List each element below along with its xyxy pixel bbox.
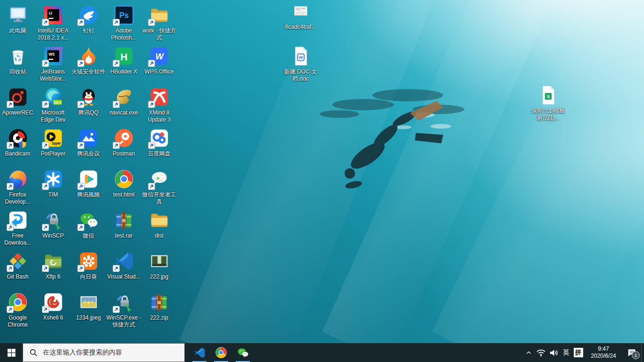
desktop-icon-recycle-bin[interactable]: 回收站 [0, 45, 35, 75]
icon-label: 222.zip [150, 314, 168, 321]
icon-label: Microsoft Edge Dev [36, 109, 71, 123]
desktop-icon-xshell-6[interactable]: Xshell 6 [35, 291, 71, 321]
desktop-icon-dingtalk[interactable]: 钉钉 [71, 4, 106, 34]
jetbrains-webstorm-icon: WS [42, 45, 65, 67]
action-center-button[interactable]: 1 [622, 343, 641, 362]
taskbar-app-chrome[interactable] [210, 343, 232, 362]
svg-text:W: W [155, 52, 164, 61]
desktop-icon-huorong-security[interactable]: 火绒安全软件 [71, 45, 106, 75]
desktop-icon-wechat-devtools[interactable]: >_微信开发者工具 [141, 168, 177, 206]
desktop-icon-free-download-manager[interactable]: Free Downloa... [0, 209, 35, 247]
icon-label: 腾讯视频 [77, 191, 100, 198]
desktop-icon-microsoft-edge-dev[interactable]: DEVMicrosoft Edge Dev [35, 86, 71, 123]
desktop-icon-wps-office[interactable]: WWPS Office [141, 45, 177, 75]
dingtalk-icon [77, 4, 100, 26]
potplayer-icon: layer [42, 127, 65, 149]
desktop-icon-tim[interactable]: TIM [35, 168, 71, 198]
shortcut-arrow-icon [42, 101, 49, 108]
taskbar: 在这里输入你要搜索的内容 [0, 343, 644, 362]
clock-time: 9:47 [598, 346, 609, 353]
hidden-icons-button[interactable] [522, 343, 535, 362]
desktop-icon-baidu-netdisk[interactable]: 百度网盘 [141, 127, 177, 157]
desktop-icon-img-222-jpg[interactable]: 222.jpg [141, 250, 177, 280]
apowerrec-icon [7, 86, 29, 108]
desktop-icon-bandicam[interactable]: Bandicam [0, 127, 35, 157]
icon-label: 腾讯会议 [77, 150, 100, 157]
icon-label: test.rar [115, 232, 132, 239]
start-button[interactable] [0, 343, 23, 362]
desktop-icon-maintenance-plan-xls[interactable]: S保养计划模板测试(1)... [530, 84, 566, 122]
shortcut-arrow-icon [42, 19, 49, 26]
desktop-icon-xmind-8[interactable]: XMind 8 Update 3 [141, 86, 177, 123]
icon-label: test.html [113, 191, 134, 198]
desktop-icon-adobe-photoshop[interactable]: PsAdobe Photosh... [106, 4, 141, 41]
desktop-icon-img-6cadc4baf[interactable]: 6cadc4baf... [283, 0, 318, 31]
language-indicator[interactable]: 英 [560, 343, 572, 362]
shortcut-arrow-icon [77, 183, 84, 190]
desktop-icon-img-1234-jpeg[interactable]: 1234.jpeg [71, 291, 106, 321]
desktop-icon-new-doc-file[interactable]: W新建 DOC 文档.doc [283, 45, 318, 82]
icon-label: 新建 DOC 文档.doc [283, 68, 318, 82]
desktop-icon-firefox-developer[interactable]: Firefox Develop... [0, 168, 35, 206]
shortcut-arrow-icon [113, 265, 120, 272]
desktop-icon-postman[interactable]: Postman [106, 127, 141, 157]
tencent-meeting-icon [77, 127, 100, 149]
icon-label: Git Bash [7, 273, 28, 280]
clock-date: 2020/6/24 [591, 353, 616, 360]
desktop-icon-this-pc[interactable]: 此电脑 [0, 4, 35, 34]
desktop-icon-tencent-video[interactable]: 腾讯视频 [71, 168, 106, 198]
desktop-icon-test-html[interactable]: test.html [106, 168, 141, 198]
svg-text:IJ: IJ [49, 11, 52, 16]
desktop-icon-dist-folder[interactable]: dist [141, 209, 177, 239]
taskbar-app-vscode[interactable] [189, 343, 210, 362]
desktop-icon-hbuilder-x[interactable]: HHBuilder X [106, 45, 141, 75]
icon-label: WinSCP.exe - 快捷方式 [107, 314, 141, 329]
desktop-icon-google-chrome[interactable]: Google Chrome [0, 291, 35, 329]
taskbar-app-wechat[interactable] [232, 343, 254, 362]
shortcut-arrow-icon [148, 183, 155, 190]
desktop-icon-zip-222[interactable]: 222.zip [141, 291, 177, 321]
desktop-icon-test-rar[interactable]: test.rar [106, 209, 141, 239]
desktop-icon-intellij-idea[interactable]: IJIntelliJ IDEA 2018.2.1 x... [35, 4, 71, 41]
shortcut-arrow-icon [113, 142, 120, 149]
desktop-icon-winscp-exe-shortcut[interactable]: WinSCP.exe - 快捷方式 [106, 291, 141, 329]
desktop-icon-visual-studio-code[interactable]: Visual Stud... [106, 250, 141, 280]
chevron-up-icon [525, 349, 532, 356]
desktop-icon-jetbrains-webstorm[interactable]: WSJetBrains WebStor... [35, 45, 71, 82]
icon-label: Free Downloa... [0, 232, 35, 247]
work-shortcut-icon [148, 4, 171, 26]
shortcut-arrow-icon [77, 265, 84, 272]
desktop-icon-apowerrec[interactable]: ApowerREC [0, 86, 35, 116]
desktop-icon-git-bash[interactable]: Git Bash [0, 250, 35, 280]
taskbar-search-box[interactable]: 在这里输入你要搜索的内容 [23, 343, 185, 362]
desktop-icon-wechat[interactable]: 微信 [71, 209, 106, 239]
icon-label: 6cadc4baf... [285, 24, 316, 31]
desktop-icon-sunflower-remote[interactable]: 向日葵 [71, 250, 106, 280]
desktop-icon-xftp-6[interactable]: Xftp 6 [35, 250, 71, 280]
icon-label: Firefox Develop... [0, 191, 35, 206]
desktop-icon-work-shortcut[interactable]: work - 快捷方式 [141, 4, 177, 41]
desktop-icon-tencent-qq[interactable]: 腾讯QQ [71, 86, 106, 116]
git-bash-icon [7, 250, 29, 272]
winscp-icon [42, 209, 65, 231]
icon-label: 钉钉 [83, 27, 94, 34]
desktop-icon-navicat[interactable]: navicat.exe [106, 86, 141, 116]
desktop-icon-winscp[interactable]: WinSCP [35, 209, 71, 239]
svg-text:WS: WS [48, 52, 55, 57]
volume-button[interactable] [547, 343, 560, 362]
icon-label: Xftp 6 [46, 273, 60, 280]
icon-label: work - 快捷方式 [142, 27, 177, 41]
show-desktop-button[interactable] [641, 343, 644, 362]
notification-badge: 1 [632, 351, 640, 359]
network-button[interactable] [535, 343, 547, 362]
desktop-icon-potplayer[interactable]: layerPotPlayer [35, 127, 71, 157]
img-222-jpg-icon [148, 250, 171, 272]
xftp-6-icon [42, 250, 65, 272]
wifi-icon [536, 348, 546, 358]
icon-label: 百度网盘 [148, 150, 171, 157]
shortcut-arrow-icon [42, 224, 49, 231]
clock[interactable]: 9:47 2020/6/24 [585, 343, 622, 362]
desktop-icon-tencent-meeting[interactable]: 腾讯会议 [71, 127, 106, 157]
ime-mode-button[interactable]: 拼 [572, 343, 585, 362]
icon-label: Visual Stud... [107, 273, 140, 280]
